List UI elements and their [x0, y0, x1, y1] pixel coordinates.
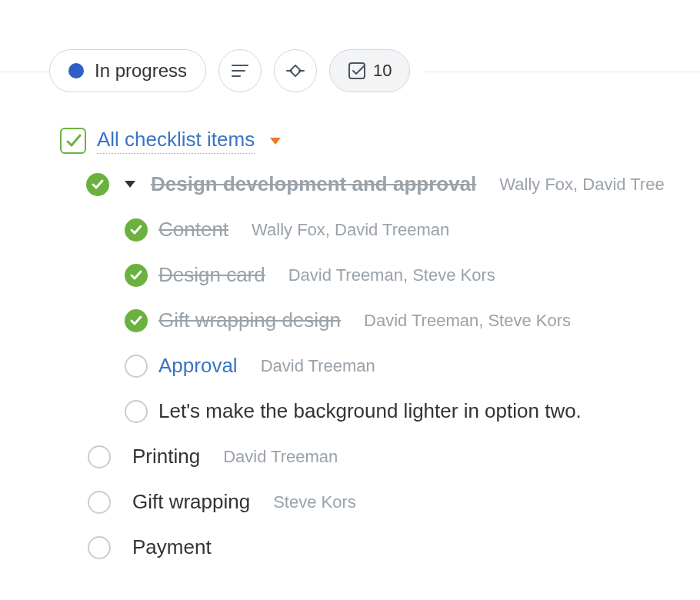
item-title[interactable]: Approval: [158, 354, 238, 378]
status-tab[interactable]: In progress: [49, 49, 206, 92]
item-title: Design card: [158, 263, 265, 287]
milestone-icon: [285, 62, 305, 79]
check-empty-icon[interactable]: [88, 536, 111, 559]
group-toggle-icon[interactable]: [125, 181, 135, 188]
checklist-dropdown-icon[interactable]: [270, 138, 281, 145]
item-title: Design development and approval: [151, 172, 476, 196]
status-dot-icon: [68, 63, 84, 78]
description-icon: [231, 62, 249, 79]
item-title: Let's make the background lighter in opt…: [158, 399, 582, 423]
checklist-header: All checklist items: [60, 128, 285, 154]
description-tab[interactable]: [218, 49, 262, 92]
check-empty-icon[interactable]: [125, 355, 148, 378]
item-assignees: David Treeman, Steve Kors: [288, 265, 495, 285]
item-assignees: Wally Fox, David Treeman: [252, 220, 449, 240]
item-title: Content: [158, 218, 228, 242]
item-title: Gift wrapping design: [158, 308, 341, 332]
check-done-icon[interactable]: [125, 264, 148, 287]
toolbar: In progress 10: [49, 49, 425, 92]
checklist-tab[interactable]: 10: [329, 49, 409, 92]
timeline-tab[interactable]: [274, 49, 317, 92]
checklist-title[interactable]: All checklist items: [97, 128, 255, 154]
item-title: Gift wrapping: [132, 490, 250, 514]
checklist-header-icon: [60, 128, 86, 154]
checklist-item-row[interactable]: Gift wrapping Steve Kors: [88, 490, 700, 514]
item-assignees: David Treeman: [223, 447, 338, 467]
check-empty-icon[interactable]: [88, 445, 111, 468]
checklist-item-row[interactable]: Payment: [88, 535, 700, 559]
item-assignees: David Treeman: [261, 356, 375, 376]
checklist-item-row[interactable]: Printing David Treeman: [88, 445, 700, 468]
checklist-item-row[interactable]: Approval David Treeman: [125, 354, 700, 378]
item-assignees: David Treeman, Steve Kors: [364, 311, 571, 331]
checklist-item-row[interactable]: Gift wrapping design David Treeman, Stev…: [125, 308, 700, 332]
item-title: Printing: [132, 445, 200, 468]
check-empty-icon[interactable]: [88, 491, 111, 514]
check-done-icon[interactable]: [86, 173, 109, 196]
checklist-count: 10: [373, 61, 392, 81]
checklist-group-row[interactable]: Design development and approval Wally Fo…: [86, 172, 700, 196]
status-label: In progress: [95, 60, 187, 82]
check-done-icon[interactable]: [125, 309, 148, 332]
check-done-icon[interactable]: [125, 218, 148, 242]
svg-rect-6: [349, 63, 365, 78]
checklist-tree: Design development and approval Wally Fo…: [60, 172, 700, 581]
checklist-item-row[interactable]: Content Wally Fox, David Treeman: [125, 218, 700, 242]
checklist-icon: [347, 61, 367, 81]
checklist-item-row[interactable]: Design card David Treeman, Steve Kors: [125, 263, 700, 287]
check-empty-icon[interactable]: [125, 400, 148, 423]
item-assignees: Steve Kors: [273, 492, 356, 512]
item-assignees: Wally Fox, David Tree: [499, 175, 664, 195]
item-title: Payment: [132, 535, 212, 559]
checklist-item-row[interactable]: Let's make the background lighter in opt…: [125, 399, 700, 423]
